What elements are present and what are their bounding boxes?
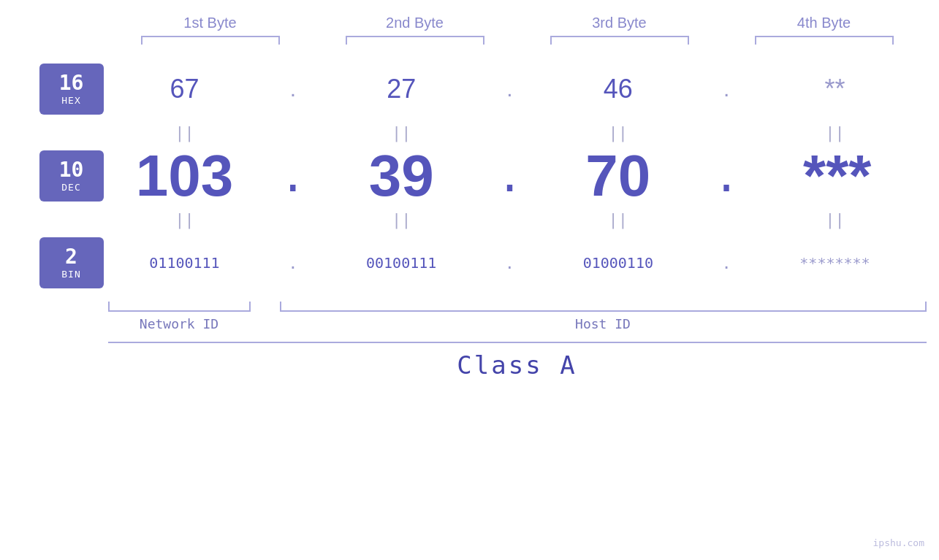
bracket-network-id	[108, 302, 251, 312]
bracket-byte2	[346, 36, 484, 45]
host-id-label: Host ID	[280, 316, 927, 331]
bracket-byte3	[550, 36, 689, 45]
bin-dot1: .	[278, 254, 308, 272]
hex-b1: 67	[119, 74, 251, 104]
eq4-dec-bin: ||	[769, 210, 900, 229]
eq1-dec-bin: ||	[119, 210, 251, 229]
eq3-hex-dec: ||	[552, 123, 684, 142]
dec-b1: 103	[119, 147, 251, 205]
dec-dot3: .	[712, 150, 741, 202]
dec-badge-col: 10 DEC	[31, 143, 112, 209]
hex-dot2: .	[495, 77, 524, 101]
eq3-dec-bin: ||	[552, 210, 684, 229]
hex-b4: **	[769, 74, 900, 104]
bracket-byte1	[141, 36, 280, 45]
eq2-hex-dec: ||	[335, 123, 467, 142]
dec-badge-num: 10	[59, 159, 84, 182]
hex-badge-col: 16 HEX	[31, 56, 112, 122]
dec-dot2: .	[495, 150, 524, 202]
bin-dot3: .	[712, 254, 741, 272]
dec-b2: 39	[335, 147, 467, 205]
bin-badge-num: 2	[65, 246, 77, 269]
eq4-hex-dec: ||	[769, 123, 900, 142]
class-a-line	[108, 342, 927, 343]
eq2-dec-bin: ||	[335, 210, 467, 229]
hex-badge-num: 16	[59, 72, 84, 95]
hex-dot3: .	[712, 77, 741, 101]
byte1-header: 1st Byte	[130, 15, 291, 31]
bin-badge-col: 2 BIN	[31, 230, 112, 296]
bin-dot2: .	[495, 254, 524, 272]
bin-badge-label: BIN	[61, 269, 80, 280]
hex-badge: 16 HEX	[39, 64, 104, 115]
bin-badge: 2 BIN	[39, 237, 104, 288]
network-id-label: Network ID	[108, 316, 251, 331]
dec-dot1: .	[278, 150, 308, 202]
bin-b4: ********	[769, 254, 900, 272]
dec-b4: ***	[769, 147, 900, 205]
watermark: ipshu.com	[873, 537, 924, 548]
eq1-hex-dec: ||	[119, 123, 251, 142]
bin-b2: 00100111	[335, 254, 467, 272]
class-a-label: Class A	[108, 350, 927, 380]
dec-b3: 70	[552, 147, 684, 205]
dec-badge-label: DEC	[61, 182, 80, 193]
byte2-header: 2nd Byte	[335, 15, 495, 31]
dec-badge: 10 DEC	[39, 150, 104, 202]
bin-b3: 01000110	[552, 254, 684, 272]
byte3-header: 3rd Byte	[539, 15, 700, 31]
hex-b3: 46	[552, 74, 684, 104]
hex-dot1: .	[278, 77, 308, 101]
bracket-byte4	[755, 36, 894, 45]
hex-b2: 27	[335, 74, 467, 104]
bin-b1: 01100111	[119, 254, 251, 272]
hex-badge-label: HEX	[61, 95, 80, 106]
byte4-header: 4th Byte	[744, 15, 905, 31]
bracket-host-id	[280, 302, 927, 312]
